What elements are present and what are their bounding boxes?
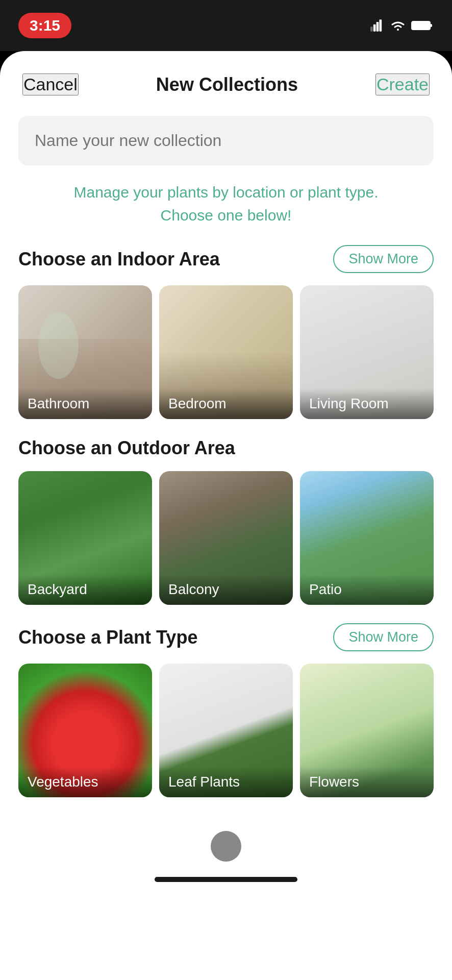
status-bar: 3:15 <box>0 0 452 51</box>
cancel-button[interactable]: Cancel <box>22 74 79 95</box>
bathroom-label: Bathroom <box>18 388 152 419</box>
main-card: Cancel New Collections Create Manage you… <box>0 51 452 980</box>
plant-type-image-grid: Vegetables Leaf Plants Flowers <box>18 664 434 797</box>
plant-type-section-title: Choose a Plant Type <box>18 627 197 648</box>
subtitle: Manage your plants by location or plant … <box>0 181 452 245</box>
patio-label: Patio <box>300 574 434 605</box>
scroll-indicator-dot <box>211 831 241 862</box>
plant-type-section: Choose a Plant Type Show More Vegetables… <box>0 623 452 816</box>
svg-rect-6 <box>413 22 425 29</box>
wifi-icon <box>390 18 406 33</box>
svg-rect-1 <box>373 24 376 32</box>
indoor-image-grid: Bathroom Bedroom Living Room <box>18 285 434 419</box>
indoor-area-section: Choose an Indoor Area Show More Bathroom… <box>0 245 452 437</box>
plant-type-section-header: Choose a Plant Type Show More <box>18 623 434 651</box>
leafplants-label: Leaf Plants <box>159 767 293 797</box>
plant-leafplants-item[interactable]: Leaf Plants <box>159 664 293 797</box>
status-icons <box>370 18 434 33</box>
outdoor-section-header: Choose an Outdoor Area <box>18 437 434 459</box>
bottom-area <box>0 816 452 892</box>
plant-flowers-item[interactable]: Flowers <box>300 664 434 797</box>
indoor-bedroom-item[interactable]: Bedroom <box>159 285 293 419</box>
page-title: New Collections <box>156 74 298 95</box>
outdoor-backyard-item[interactable]: Backyard <box>18 471 152 605</box>
flowers-label: Flowers <box>300 767 434 797</box>
plant-type-show-more-button[interactable]: Show More <box>333 623 434 651</box>
svg-rect-3 <box>380 19 382 31</box>
balcony-label: Balcony <box>159 574 293 605</box>
name-input-container <box>18 116 434 165</box>
bedroom-label: Bedroom <box>159 388 293 419</box>
outdoor-image-grid: Backyard Balcony Patio <box>18 471 434 605</box>
nav-bar: Cancel New Collections Create <box>0 51 452 106</box>
subtitle-line1: Manage your plants by location or plant … <box>73 184 378 201</box>
svg-rect-0 <box>370 27 373 31</box>
indoor-section-header: Choose an Indoor Area Show More <box>18 245 434 273</box>
battery-icon <box>411 19 434 32</box>
indoor-section-title: Choose an Indoor Area <box>18 249 220 270</box>
create-button[interactable]: Create <box>375 74 430 95</box>
indoor-bathroom-item[interactable]: Bathroom <box>18 285 152 419</box>
home-indicator <box>155 877 297 882</box>
svg-rect-2 <box>376 22 379 32</box>
plant-vegetables-item[interactable]: Vegetables <box>18 664 152 797</box>
outdoor-area-section: Choose an Outdoor Area Backyard Balcony … <box>0 437 452 623</box>
signal-icon <box>370 18 385 33</box>
indoor-show-more-button[interactable]: Show More <box>333 245 434 273</box>
subtitle-line2: Choose one below! <box>161 207 292 224</box>
livingroom-label: Living Room <box>300 388 434 419</box>
svg-rect-5 <box>430 24 432 27</box>
status-time: 3:15 <box>18 13 71 38</box>
collection-name-input[interactable] <box>18 116 434 165</box>
backyard-label: Backyard <box>18 574 152 605</box>
outdoor-patio-item[interactable]: Patio <box>300 471 434 605</box>
outdoor-section-title: Choose an Outdoor Area <box>18 437 235 459</box>
indoor-livingroom-item[interactable]: Living Room <box>300 285 434 419</box>
outdoor-balcony-item[interactable]: Balcony <box>159 471 293 605</box>
vegetables-label: Vegetables <box>18 767 152 797</box>
